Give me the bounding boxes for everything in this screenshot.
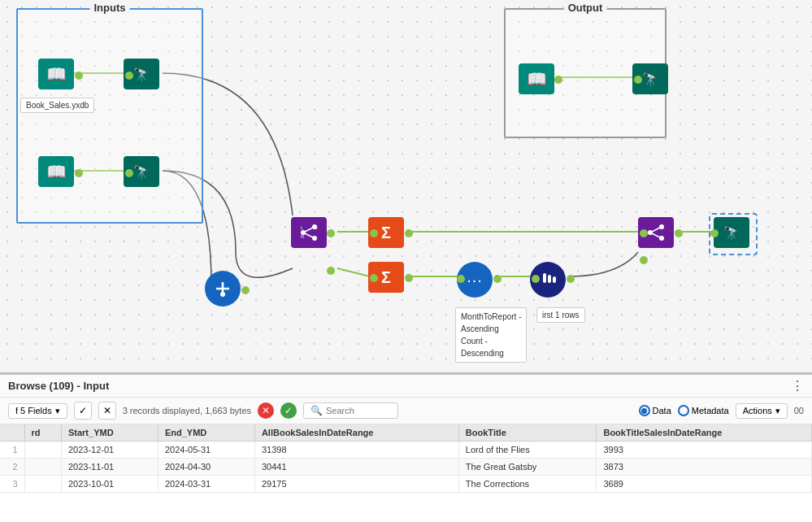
- cell-rd-2: [24, 459, 61, 476]
- cell-titlesales-2: 3873: [597, 459, 812, 476]
- actions-btn[interactable]: Actions ▾: [736, 403, 788, 419]
- workflow-canvas[interactable]: Inputs Output 📖 Book_Sales.yxdb 🔭 📖 🔭: [0, 0, 812, 374]
- check-icon-btn[interactable]: ✓: [74, 402, 92, 420]
- connector-outbino-in: [634, 76, 642, 84]
- connector-join-out-bottom: [327, 267, 335, 275]
- connector-sigma1-out: [405, 229, 413, 237]
- fields-dropdown-btn[interactable]: f 5 Fields ▾: [8, 403, 67, 419]
- cell-end-3: 2024-03-31: [158, 476, 254, 493]
- connector-bino1-in: [125, 72, 133, 80]
- browse-title: Browse (109) - Input: [8, 380, 109, 392]
- col-header-titlesales[interactable]: BookTitleSalesInDateRange: [597, 424, 812, 442]
- append-icon: [205, 271, 241, 307]
- col-header-end[interactable]: End_YMD: [158, 424, 254, 442]
- connector-tube-out: [567, 275, 575, 283]
- book-node-1[interactable]: 📖: [38, 59, 74, 89]
- svg-point-26: [659, 236, 664, 241]
- svg-point-15: [312, 236, 317, 241]
- cell-titlesales-1: 3993: [597, 442, 812, 459]
- fields-label: f 5 Fields: [15, 406, 52, 415]
- record-info-text: 3 records displayed, 1,663 bytes: [123, 406, 251, 415]
- append-node[interactable]: [205, 271, 241, 307]
- cell-rd-1: [24, 442, 61, 459]
- actions-label: Actions: [743, 406, 772, 415]
- connector-append-out: [241, 286, 250, 294]
- cell-title-3: The Corrections: [458, 476, 597, 493]
- svg-rect-22: [548, 275, 551, 283]
- cell-allbook-1: 31398: [254, 442, 458, 459]
- output-book-icon: 📖: [519, 63, 554, 94]
- connector-sigma1-in: [370, 229, 378, 237]
- metadata-radio-label: Metadata: [692, 406, 729, 415]
- table-header-row: rd Start_YMD End_YMD AllBookSalesInDateR…: [0, 424, 812, 442]
- svg-point-24: [648, 230, 653, 235]
- cell-title-1: Lord of the Flies: [458, 442, 597, 459]
- confirm-btn[interactable]: ✓: [280, 402, 297, 419]
- connector-net2-in-top: [640, 229, 648, 237]
- connector-dots-in: [457, 275, 465, 283]
- cell-allbook-3: 29175: [254, 476, 458, 493]
- join-icon: L R J: [291, 217, 327, 248]
- svg-point-12: [220, 292, 225, 297]
- menu-dots-btn[interactable]: ⋮: [791, 378, 804, 394]
- connector-book1-out: [75, 72, 83, 80]
- bottom-header: Browse (109) - Input ⋮: [0, 375, 812, 398]
- svg-text:L: L: [301, 225, 304, 230]
- col-header-rd[interactable]: rd: [24, 424, 61, 442]
- search-icon: 🔍: [310, 405, 323, 416]
- cell-titlesales-3: 3689: [597, 476, 812, 493]
- output-label: Output: [564, 2, 607, 14]
- svg-rect-23: [553, 276, 556, 283]
- actions-chevron-icon: ▾: [775, 406, 780, 416]
- data-table: rd Start_YMD End_YMD AllBookSalesInDateR…: [0, 424, 812, 522]
- connector-sigma2-out: [405, 274, 413, 282]
- cell-end-1: 2024-05-31: [158, 442, 254, 459]
- row-num-2: 2: [0, 459, 24, 476]
- book-icon-1: 📖: [38, 59, 74, 89]
- output-book-node[interactable]: 📖: [519, 63, 554, 94]
- col-header-title[interactable]: BookTitle: [458, 424, 597, 442]
- bino-node-right[interactable]: 🔭: [714, 217, 749, 248]
- col-header-allbook[interactable]: AllBookSalesInDateRange: [254, 424, 458, 442]
- svg-line-4: [337, 268, 370, 276]
- data-radio-label: Data: [653, 406, 671, 415]
- book-sales-tooltip: Book_Sales.yxdb: [20, 98, 94, 113]
- search-box[interactable]: 🔍: [303, 402, 398, 419]
- svg-line-27: [652, 228, 660, 232]
- search-input[interactable]: [326, 406, 391, 415]
- controls-row: f 5 Fields ▾ ✓ ✕ 3 records displayed, 1,…: [0, 398, 812, 424]
- svg-point-25: [659, 224, 664, 229]
- svg-line-17: [305, 233, 313, 237]
- cell-rd-3: [24, 476, 61, 493]
- connector-tube-in: [532, 275, 540, 283]
- bottom-panel: Browse (109) - Input ⋮ f 5 Fields ▾ ✓ ✕ …: [0, 374, 812, 522]
- bino-icon-right: 🔭: [714, 217, 749, 248]
- connector-sigma2-in: [370, 274, 378, 282]
- col-header-empty: [0, 424, 24, 442]
- extra-num: 00: [794, 406, 804, 415]
- sort-tooltip: MonthToReport -AscendingCount -Descendin…: [455, 307, 527, 363]
- connector-net2-out: [675, 229, 683, 237]
- x-icon-btn[interactable]: ✕: [98, 402, 116, 420]
- table-row: 2 2023-11-01 2024-04-30 30441 The Great …: [0, 459, 812, 476]
- inputs-container: Inputs: [16, 8, 203, 224]
- book-icon-2: 📖: [38, 156, 74, 187]
- table-row: 1 2023-12-01 2024-05-31 31398 Lord of th…: [0, 442, 812, 459]
- book-node-2[interactable]: 📖: [38, 156, 74, 187]
- chevron-down-icon: ▾: [55, 406, 60, 416]
- cell-end-2: 2024-04-30: [158, 459, 254, 476]
- connector-net2-in-bottom: [640, 256, 648, 264]
- metadata-radio[interactable]: Metadata: [678, 405, 729, 416]
- svg-rect-21: [543, 273, 546, 283]
- data-radio-circle: [639, 405, 650, 416]
- connector-book2-out: [75, 169, 83, 177]
- firstrows-tooltip: irst 1 rows: [536, 307, 585, 323]
- svg-line-28: [652, 233, 660, 237]
- join-node[interactable]: L R J: [291, 217, 327, 248]
- sort-config-text: MonthToReport -AscendingCount -Descendin…: [461, 312, 521, 358]
- data-radio[interactable]: Data: [639, 405, 671, 416]
- col-header-start[interactable]: Start_YMD: [61, 424, 158, 442]
- clear-btn[interactable]: ✕: [258, 402, 274, 419]
- connector-bino-right-in: [710, 229, 719, 237]
- metadata-radio-circle: [678, 405, 689, 416]
